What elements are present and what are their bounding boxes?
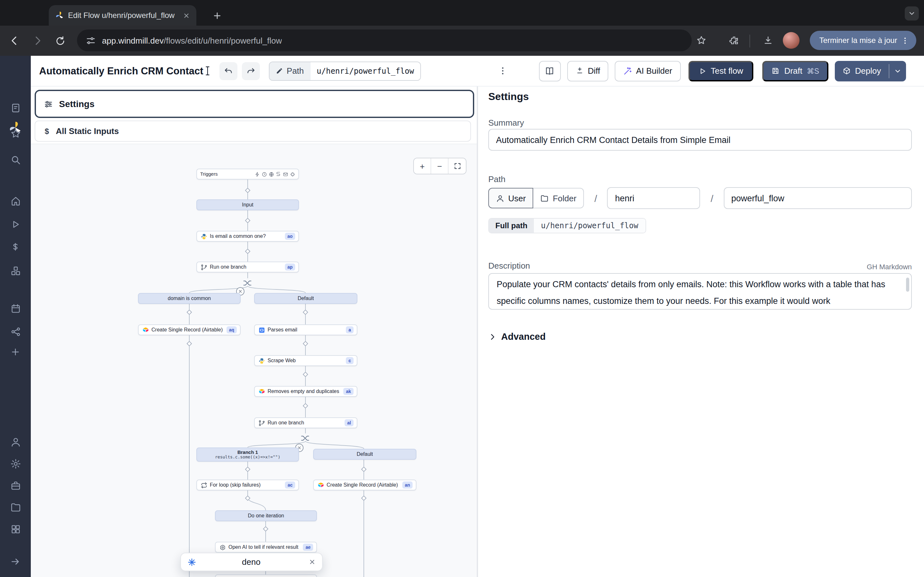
- kebab-menu-icon: [901, 36, 909, 45]
- all-static-inputs-item[interactable]: $ All Static Inputs: [35, 121, 471, 142]
- path-separator: /: [711, 193, 713, 203]
- pencil-icon: [276, 67, 283, 74]
- new-tab-button[interactable]: [209, 8, 225, 23]
- flow-branch-domain-node[interactable]: domain is common: [138, 293, 241, 304]
- path-section-label: Path: [488, 174, 912, 184]
- sidebar-apps-grid-icon[interactable]: [8, 521, 23, 537]
- flow-graph-canvas[interactable]: + − Triggers Input Is email a: [31, 143, 477, 577]
- flow-branch-one-node[interactable]: Branch 1 results.c.some((x)=>x!=""): [196, 448, 299, 462]
- globe-icon: [269, 171, 274, 177]
- fit-view-button[interactable]: [449, 158, 466, 174]
- flow-step-removes-empty[interactable]: Removes empty and duplicates ak: [254, 386, 357, 397]
- flow-step-run-one-branch-bottom[interactable]: Run one branch al: [254, 417, 357, 428]
- expand-icon: [453, 162, 461, 170]
- forward-button[interactable]: [28, 32, 46, 50]
- path-owner-input[interactable]: [607, 187, 700, 209]
- git-branch-icon: [200, 263, 207, 271]
- flow-do-one-iteration-node[interactable]: Do one iteration: [215, 510, 317, 521]
- path-control[interactable]: Path u/henri/powerful_flow: [269, 61, 421, 81]
- path-value: u/henri/powerful_flow: [310, 62, 420, 80]
- deploy-dropdown-chevron[interactable]: [889, 61, 906, 81]
- flow-step-open-ai[interactable]: Open AI to tell if relevant result ae: [215, 542, 317, 553]
- folder-icon: [541, 194, 549, 202]
- flow-step-parses-email[interactable]: Parses email a: [254, 324, 357, 335]
- download-icon[interactable]: [760, 33, 776, 48]
- sidebar-user-icon[interactable]: [8, 434, 23, 450]
- flow-branch-default-top-node[interactable]: Default: [254, 293, 357, 304]
- bookmark-star-icon[interactable]: [694, 33, 709, 48]
- ai-builder-button[interactable]: AI Builder: [615, 61, 680, 81]
- full-path-label: Full path: [489, 219, 534, 233]
- branch-split-icon: [301, 433, 309, 444]
- sidebar-expand-arrow-icon[interactable]: [8, 554, 23, 569]
- clock-icon: [262, 171, 267, 177]
- tab-search-button[interactable]: [905, 6, 919, 21]
- flow-step-partial[interactable]: [215, 574, 317, 577]
- flow-branch-default-bottom-node[interactable]: Default: [313, 449, 417, 460]
- toolbar-divider: [750, 35, 750, 47]
- sidebar-runs-icon[interactable]: [8, 100, 23, 115]
- reload-button[interactable]: [51, 32, 69, 50]
- browser-toolbar: app.windmill.dev/flows/edit/u/henri/powe…: [0, 26, 924, 56]
- flow-step-run-one-branch-top[interactable]: Run one branch ap: [196, 261, 299, 272]
- zoom-out-button[interactable]: −: [431, 158, 449, 174]
- sidebar-add-plus-icon[interactable]: [8, 344, 23, 359]
- back-button[interactable]: [5, 32, 23, 50]
- extensions-icon[interactable]: [726, 33, 742, 48]
- sidebar-schedules-calendar-icon[interactable]: [8, 301, 23, 316]
- address-bar[interactable]: app.windmill.dev/flows/edit/u/henri/powe…: [77, 29, 692, 51]
- flow-step-scrape-web[interactable]: Scrape Web c: [254, 355, 357, 366]
- browser-update-button[interactable]: Terminer la mise à jour: [810, 31, 916, 50]
- chevron-right-icon: [488, 332, 497, 341]
- flow-step-for-loop[interactable]: For loop (skip failures) ac: [196, 480, 299, 490]
- site-settings-icon[interactable]: [86, 35, 95, 45]
- path-name-input[interactable]: [724, 187, 912, 209]
- flow-title[interactable]: Automatically Enrich CRM Contact: [39, 65, 204, 77]
- path-kind-folder-button[interactable]: Folder: [533, 188, 584, 208]
- deploy-button[interactable]: Deploy: [835, 61, 889, 81]
- magic-wand-icon: [623, 66, 632, 75]
- draft-button[interactable]: Draft ⌘S: [762, 61, 828, 81]
- sidebar-workspace-toolbox-icon[interactable]: [8, 478, 23, 493]
- tab-close-icon[interactable]: [181, 10, 191, 21]
- python-icon: [200, 233, 207, 240]
- flow-settings-item[interactable]: Settings: [35, 90, 474, 118]
- flow-step-create-record-left[interactable]: Create Single Record (Airtable) aq: [138, 324, 241, 335]
- sidebar-resources-blocks-icon[interactable]: [8, 263, 23, 278]
- dollar-icon: $: [44, 127, 50, 135]
- full-path-display: Full path u/henri/powerful_flow: [488, 218, 646, 234]
- zoom-in-button[interactable]: +: [414, 158, 431, 174]
- settings-title: Settings: [488, 91, 912, 103]
- redo-button[interactable]: [242, 62, 260, 80]
- sidebar-workers-network-icon[interactable]: [8, 324, 23, 339]
- sidebar-variables-dollar-icon[interactable]: [8, 239, 23, 255]
- url-text: app.windmill.dev/flows/edit/u/henri/powe…: [102, 35, 282, 45]
- flow-input-node[interactable]: Input: [196, 199, 299, 210]
- sidebar-search-icon[interactable]: [8, 152, 23, 167]
- more-options-kebab-icon[interactable]: [495, 62, 511, 80]
- flow-settings-panel: Settings Summary Path User Folder / / Fu…: [477, 87, 924, 577]
- path-row: User Folder / /: [488, 187, 912, 209]
- route-icon: [276, 171, 281, 177]
- sidebar-favorites-star-icon[interactable]: [8, 126, 23, 141]
- undo-button[interactable]: [220, 62, 237, 80]
- docs-book-button[interactable]: [539, 61, 561, 81]
- flow-triggers-node[interactable]: Triggers: [196, 169, 299, 179]
- flow-step-create-record-right[interactable]: Create Single Record (Airtable) an: [313, 480, 417, 490]
- test-flow-button[interactable]: Test flow: [688, 61, 753, 81]
- flow-step-is-email[interactable]: Is email a common one? ao: [196, 231, 299, 242]
- sidebar-folders-icon[interactable]: [8, 500, 23, 515]
- advanced-toggle[interactable]: Advanced: [488, 332, 912, 342]
- browser-tab[interactable]: Edit Flow u/henri/powerful_flow: [49, 5, 196, 26]
- sidebar-home-icon[interactable]: [8, 193, 23, 208]
- sidebar-settings-gear-icon[interactable]: [8, 456, 23, 471]
- diff-button[interactable]: Diff: [567, 61, 609, 81]
- airtable-icon: [258, 388, 265, 395]
- scrollbar-thumb[interactable]: [906, 277, 909, 292]
- description-textarea[interactable]: Populate your CRM contacts' details from…: [488, 273, 912, 309]
- close-icon[interactable]: [306, 556, 318, 568]
- profile-avatar[interactable]: [783, 32, 800, 49]
- path-kind-user-button[interactable]: User: [488, 188, 533, 208]
- sidebar-runs-play-icon[interactable]: [8, 217, 23, 232]
- summary-input[interactable]: [488, 129, 912, 151]
